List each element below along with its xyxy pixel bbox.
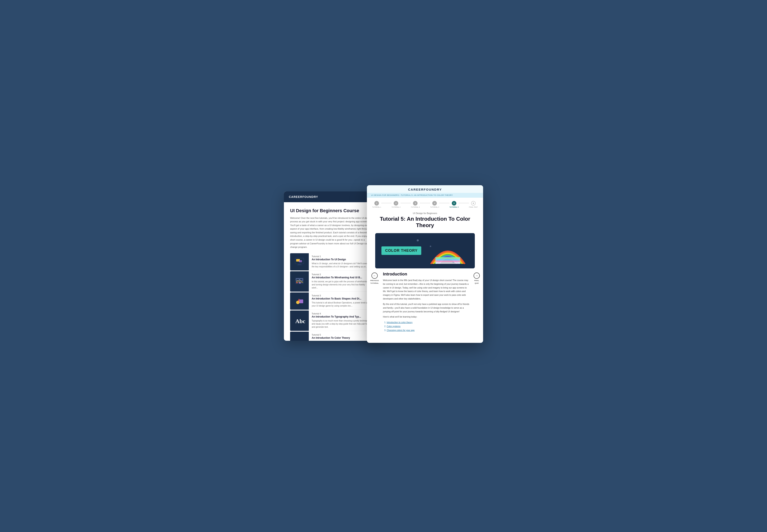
step-circle-5: 5 bbox=[452, 201, 456, 206]
intro-heading: Introduction bbox=[383, 272, 470, 276]
tutorial-number-3: Tutorial 3 bbox=[312, 295, 370, 297]
progress-step-6[interactable]: 6 FINAL TEST bbox=[469, 201, 478, 208]
content-row: ← PREVIOUS TUTORIAL Introduction Welcome… bbox=[367, 268, 483, 334]
step-connector-3 bbox=[420, 203, 430, 203]
learning-list: Introduction to color theory Color syste… bbox=[383, 320, 470, 332]
step-label-6: FINAL TEST bbox=[469, 206, 478, 208]
course-description: Welcome! Over the next five tutorials, y… bbox=[290, 216, 373, 249]
progress-step-2[interactable]: 2 TUTORIAL 2 bbox=[392, 201, 401, 208]
hero-rainbow bbox=[427, 235, 469, 266]
brand-logo-front: CAREERFOUNDRY bbox=[408, 188, 442, 191]
svg-point-16 bbox=[296, 301, 299, 304]
svg-rect-13 bbox=[299, 282, 301, 284]
hero-wrapper: COLOR THEORY bbox=[367, 233, 483, 268]
step-connector-5 bbox=[459, 203, 469, 203]
tutorial-name-5: An Introduction To Color Theory bbox=[312, 336, 370, 339]
next-arrow-circle[interactable]: → bbox=[474, 273, 480, 279]
tutorial-item-4[interactable]: Abc Tutorial 4 An Introduction To Typogr… bbox=[290, 310, 373, 331]
learning-link-3[interactable]: Choosing colors for your app bbox=[387, 329, 415, 331]
tutorial-info-4: Tutorial 4 An Introduction To Typography… bbox=[309, 310, 373, 331]
tutorial-desc-5: What is any digital experience without a… bbox=[312, 340, 370, 341]
next-nav[interactable]: → FINAL QUIZ bbox=[472, 270, 483, 284]
next-label-line2: QUIZ bbox=[475, 282, 479, 284]
prev-label-line2: TUTORIAL bbox=[370, 282, 379, 284]
learning-item-3[interactable]: Choosing colors for your app bbox=[387, 328, 470, 332]
course-title: UI Design for Beginners Course bbox=[290, 208, 373, 213]
tutorial-list: Tutorial 1 An Introduction To UI Design … bbox=[290, 253, 373, 341]
tutorial-name-3: An Introduction To Basic Shapes And Di..… bbox=[312, 297, 370, 300]
scene: CAREERFOUNDRY UI Design for Beginners Co… bbox=[284, 185, 483, 347]
tutorial-number-5: Tutorial 5 bbox=[312, 334, 370, 336]
tutorial-desc-3: This tutorial is all about Boolean Opera… bbox=[312, 301, 370, 307]
tutorial-info-1: Tutorial 1 An Introduction To UI Design … bbox=[309, 253, 373, 270]
step-label-2: TUTORIAL 2 bbox=[392, 206, 401, 208]
step-circle-4: 4 bbox=[432, 201, 437, 206]
svg-point-4 bbox=[300, 261, 301, 261]
tutorial-info-3: Tutorial 3 An Introduction To Basic Shap… bbox=[309, 292, 373, 310]
progress-step-1[interactable]: 1 TUTORIAL 1 bbox=[372, 201, 381, 208]
svg-rect-20 bbox=[436, 262, 460, 264]
svg-rect-23 bbox=[436, 257, 460, 259]
tutorial-name-1: An Introduction To UI Design bbox=[312, 258, 370, 261]
front-card-header: CAREERFOUNDRY UI DESIGN FOR BEGINNERS › … bbox=[367, 185, 483, 198]
tutorial-header: UI Design for Beginners Tutorial 5: An I… bbox=[367, 209, 483, 233]
tutorial-desc-4: Typography is so much more than choosing… bbox=[312, 319, 370, 329]
step-connector-4 bbox=[439, 203, 450, 203]
svg-rect-24 bbox=[431, 264, 465, 266]
learning-item-1[interactable]: Introduction to color theory bbox=[387, 320, 470, 324]
svg-rect-7 bbox=[297, 265, 302, 265]
tutorial-info-2: Tutorial 2 An Introduction To Wireframin… bbox=[309, 271, 373, 292]
back-card-content: UI Design for Beginners Course Welcome! … bbox=[284, 202, 379, 341]
svg-text:Abc: Abc bbox=[295, 318, 305, 324]
learning-link-2[interactable]: Color systems bbox=[387, 325, 401, 327]
intro-paragraph-2: By the end of this tutorial, you'll not … bbox=[383, 302, 470, 314]
tutorial-number-4: Tutorial 4 bbox=[312, 313, 370, 315]
tutorial-thumb-4: Abc bbox=[290, 310, 309, 331]
prev-arrow-circle[interactable]: ← bbox=[371, 273, 378, 279]
tutorial-thumb-2 bbox=[290, 271, 309, 292]
svg-rect-15 bbox=[299, 299, 303, 303]
learning-item-2[interactable]: Color systems bbox=[387, 324, 470, 328]
tutorial-item-5[interactable]: Tutorial 5 An Introduction To Color Theo… bbox=[290, 332, 373, 341]
prev-nav[interactable]: ← PREVIOUS TUTORIAL bbox=[367, 270, 381, 284]
learning-link-1[interactable]: Introduction to color theory bbox=[387, 321, 412, 324]
svg-point-12 bbox=[296, 282, 297, 283]
step-label-1: TUTORIAL 1 bbox=[372, 206, 381, 208]
progress-step-5[interactable]: 5 TUTORIAL 5 bbox=[450, 201, 459, 208]
hero-dot-2 bbox=[430, 246, 431, 247]
step-connector-1 bbox=[381, 203, 392, 203]
tutorial-thumb-1 bbox=[290, 253, 309, 270]
step-circle-2: 2 bbox=[394, 201, 398, 206]
prev-label-line1: PREVIOUS bbox=[370, 280, 379, 281]
svg-rect-21 bbox=[436, 261, 460, 262]
tutorial-desc-2: In this tutorial, we get to grips with t… bbox=[312, 280, 370, 289]
course-list-card: CAREERFOUNDRY UI Design for Beginners Co… bbox=[284, 191, 379, 341]
tutorial-item-2[interactable]: Tutorial 2 An Introduction To Wireframin… bbox=[290, 271, 373, 292]
tutorial-thumb-3 bbox=[290, 292, 309, 310]
intro-paragraph-1: Welcome back to the fifth (and final) da… bbox=[383, 279, 470, 301]
svg-point-5 bbox=[301, 261, 302, 261]
hero-dot-1 bbox=[417, 239, 419, 241]
progress-navigation: 1 TUTORIAL 1 2 TUTORIAL 2 3 TUTORIAL 3 4… bbox=[367, 198, 483, 209]
step-label-4: TUTORIAL 4 bbox=[430, 206, 439, 208]
tutorial-item-3[interactable]: Tutorial 3 An Introduction To Basic Shap… bbox=[290, 292, 373, 310]
hero-dot-3 bbox=[453, 262, 454, 263]
hero-banner: COLOR THEORY bbox=[375, 233, 475, 268]
step-circle-6: 6 bbox=[471, 201, 476, 206]
intro-paragraph-3: Here's what we'll be learning today: bbox=[383, 315, 470, 319]
tutorial-thumb-5 bbox=[290, 332, 309, 341]
next-label-line1: FINAL bbox=[474, 280, 479, 281]
tutorial-info-5: Tutorial 5 An Introduction To Color Theo… bbox=[309, 332, 373, 341]
step-circle-3: 3 bbox=[413, 201, 418, 206]
tutorial-subtitle: UI Design for Beginners bbox=[373, 212, 477, 214]
step-label-5: TUTORIAL 5 bbox=[450, 206, 459, 208]
progress-step-4[interactable]: 4 TUTORIAL 4 bbox=[430, 201, 439, 208]
tutorial-item-1[interactable]: Tutorial 1 An Introduction To UI Design … bbox=[290, 253, 373, 270]
tutorial-detail-card: CAREERFOUNDRY UI DESIGN FOR BEGINNERS › … bbox=[367, 185, 483, 343]
svg-rect-22 bbox=[436, 259, 460, 261]
hero-badge: COLOR THEORY bbox=[381, 246, 421, 255]
step-label-3: TUTORIAL 3 bbox=[411, 206, 420, 208]
progress-step-3[interactable]: 3 TUTORIAL 3 bbox=[411, 201, 420, 208]
tutorial-number-1: Tutorial 1 bbox=[312, 255, 370, 258]
tutorial-desc-1: What is UI design, and what do UI design… bbox=[312, 262, 370, 268]
